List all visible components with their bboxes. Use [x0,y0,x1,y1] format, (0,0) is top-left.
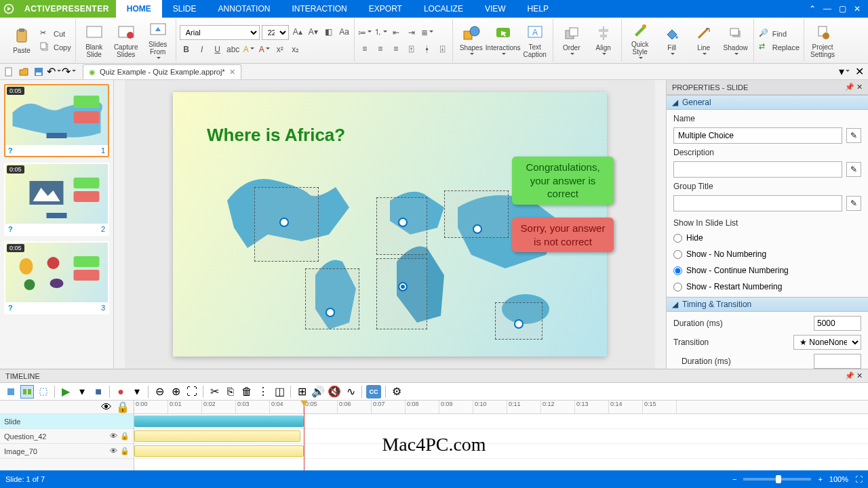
callout-incorrect[interactable]: Sorry, your answer is not correct [512,218,614,252]
zoom-slider[interactable] [743,478,811,481]
tl-cut-icon[interactable]: ✂ [208,385,221,399]
canvas-area[interactable]: Where is Africa? Congratulations, your a… [114,80,666,369]
menu-help[interactable]: HELP [517,0,559,18]
tl-settings-icon[interactable]: ⚙ [390,385,403,399]
indent-dec-icon[interactable]: ⇤ [389,26,403,39]
fit-window-icon[interactable]: ⛶ [855,475,863,483]
panel-close-icon[interactable]: ✕ [853,66,865,78]
slide-panel[interactable]: 0:05 ?1 0:05 ?2 0:05 ?3 [0,80,114,369]
close-icon[interactable]: ✕ [852,3,863,14]
font-color-icon[interactable]: A [258,43,271,56]
valign-top-icon[interactable]: ⍐ [405,42,418,56]
tl-split-icon[interactable]: ⋮ [256,385,270,399]
bar-image[interactable] [134,445,304,457]
slide-thumb-3[interactable]: 0:05 ?3 [4,241,109,314]
tl-zoom-fit-icon[interactable]: ⛶ [185,385,199,399]
tl-zoom-in-icon[interactable]: ⊕ [169,385,182,399]
radio-hide[interactable]: Hide [673,232,861,244]
name-input[interactable] [673,127,842,144]
panel-menu-icon[interactable]: ▾ [838,66,850,78]
pin-icon[interactable]: 📌 [845,83,854,91]
close-panel-icon[interactable]: ✕ [856,83,863,91]
canvas-scrollbar-left[interactable] [114,80,125,369]
tl-delete-icon[interactable]: 🗑 [240,385,254,399]
tl-mode-icon[interactable] [20,385,34,399]
visibility-icon[interactable]: 👁 [101,401,112,413]
timeline-lanes[interactable]: 0:00 0:01 0:02 0:03 0:04 0:05 0:06 0:07 … [134,401,868,470]
ribbon-collapse-icon[interactable]: ⌃ [807,3,818,14]
tl-play-icon[interactable]: ▶ [59,385,73,399]
new-icon[interactable] [3,66,15,78]
menu-home[interactable]: HOME [116,0,162,18]
align-left-icon[interactable]: ≡ [358,42,372,56]
canvas-scrollbar-right[interactable] [655,80,666,369]
menu-interaction[interactable]: INTERACTION [281,0,357,18]
zoom-thumb[interactable] [776,475,781,483]
find-button[interactable]: 🔎Find [757,28,801,40]
blank-slide-button[interactable]: Blank Slide [79,20,109,61]
open-icon[interactable] [18,66,30,78]
shapes-button[interactable]: Shapes [456,20,486,61]
lane-image[interactable] [134,444,868,459]
tl-record-menu-icon[interactable]: ▾ [130,385,144,399]
indent-inc-icon[interactable]: ⇥ [405,26,418,39]
group-title-edit-icon[interactable]: ✎ [846,196,861,211]
timeline-pin-icon[interactable]: 📌 [845,371,854,380]
radio-europe[interactable] [398,218,408,227]
line-spacing-icon[interactable]: ≣ [420,26,434,39]
undo-icon[interactable]: ↶ [47,66,60,78]
description-edit-icon[interactable]: ✎ [846,162,861,177]
font-dialog-icon[interactable]: Aa [338,25,351,39]
cut-button[interactable]: ✂Cut [39,28,73,40]
tl-volume-icon[interactable]: 🔊 [311,385,325,399]
clear-format-icon[interactable]: ◧ [322,25,336,39]
decrease-font-icon[interactable]: A▾ [307,25,320,39]
tl-select-icon[interactable] [37,385,50,399]
maximize-icon[interactable]: ▢ [837,3,848,14]
capture-slides-button[interactable]: Capture Slides [111,20,141,61]
radio-australia[interactable] [514,319,524,329]
tl-pause-icon[interactable]: ▾ [75,385,89,399]
section-general[interactable]: ◢ General [667,95,868,110]
numbering-icon[interactable]: ⒈ [374,26,387,39]
menu-view[interactable]: VIEW [474,0,517,18]
radio-show-restart[interactable]: Show - Restart Numbering [673,281,861,293]
slide-canvas[interactable]: Where is Africa? Congratulations, your a… [173,92,607,357]
track-question[interactable]: Question_42👁🔒 [0,429,134,444]
tl-record-icon[interactable]: ● [114,385,127,399]
lane-slide[interactable] [134,414,868,429]
track-vis-icon[interactable]: 👁 [110,432,117,441]
callout-correct[interactable]: Congratulations, your answer is correct [512,157,614,205]
menu-localize[interactable]: LOCALIZE [413,0,474,18]
slide-thumb-2[interactable]: 0:05 ?2 [4,163,109,236]
bar-question[interactable] [134,430,300,442]
underline-icon[interactable]: U [211,43,224,56]
radio-south-america[interactable] [326,308,335,317]
track-lock-icon[interactable]: 🔒 [120,447,130,455]
valign-bot-icon[interactable]: ⍗ [436,42,450,56]
line-button[interactable]: Line [689,20,719,61]
track-vis-icon[interactable]: 👁 [110,447,117,455]
tl-fade-icon[interactable]: ∿ [344,385,357,399]
lock-icon[interactable]: 🔒 [116,401,130,413]
project-settings-button[interactable]: Project Settings [808,20,837,61]
shadow-button[interactable]: Shadow [721,20,751,61]
bar-slide[interactable] [134,415,304,427]
lane-question[interactable] [134,429,868,444]
region-africa[interactable] [376,258,427,329]
close-tab-icon[interactable]: ✕ [229,68,235,77]
region-south-america[interactable] [305,268,359,329]
timeline-ruler[interactable]: 0:00 0:01 0:02 0:03 0:04 0:05 0:06 0:07 … [134,401,868,414]
zoom-plus-icon[interactable]: + [818,475,822,483]
tl-cc-icon[interactable]: CC [366,385,381,399]
redo-icon[interactable]: ↷ [62,66,75,78]
slide-thumb-1[interactable]: 0:05 ?1 [4,84,109,157]
subscript-icon[interactable]: x₂ [289,43,302,56]
group-title-input[interactable] [673,195,842,211]
timeline-playhead[interactable] [304,401,304,470]
tl-insert-time-icon[interactable]: ⊞ [295,385,309,399]
bullets-icon[interactable]: ≔ [358,26,372,39]
tl-zoom-out-icon[interactable]: ⊖ [153,385,166,399]
radio-asia[interactable] [473,224,482,234]
quick-style-button[interactable]: Quick Style [625,20,655,61]
